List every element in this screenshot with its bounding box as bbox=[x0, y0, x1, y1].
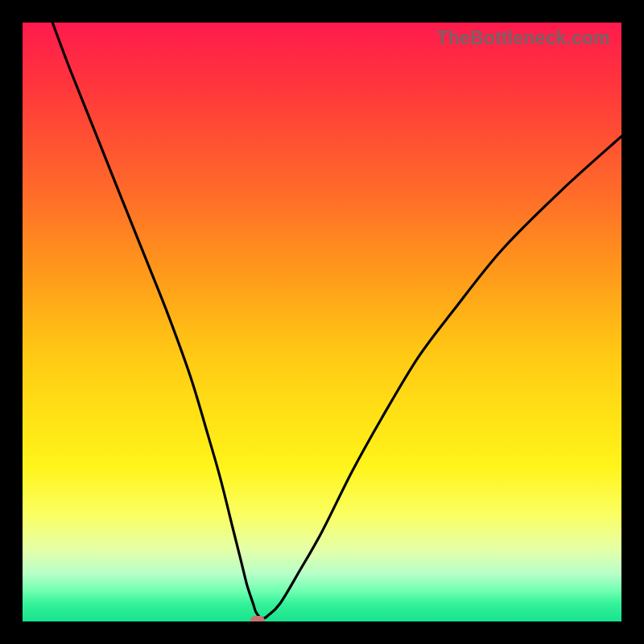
chart-frame: TheBottleneck.com bbox=[0, 0, 644, 644]
plot-area: TheBottleneck.com bbox=[23, 23, 621, 621]
bottleneck-curve bbox=[23, 23, 621, 621]
optimal-point-marker bbox=[250, 616, 265, 622]
